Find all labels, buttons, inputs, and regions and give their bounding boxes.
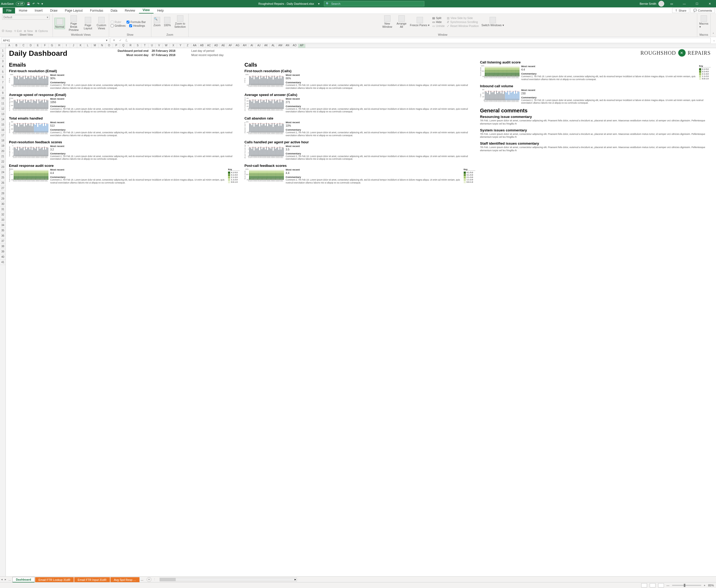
save-icon[interactable]: 💾 [27,2,30,5]
maximize-icon[interactable]: ☐ [692,0,702,7]
row-11[interactable]: 11 [0,101,5,106]
fx-icon[interactable]: fx [123,38,130,42]
horizontal-scrollbar[interactable]: ◂▸ [159,578,297,581]
row-10[interactable]: 10 [0,96,5,101]
col-O[interactable]: O [106,44,113,48]
col-AB[interactable]: AB [198,44,205,48]
col-K[interactable]: K [77,44,84,48]
user-avatar[interactable] [658,1,664,7]
row-22[interactable]: 22 [0,159,5,165]
row-2[interactable]: 2 [0,54,5,59]
row-32[interactable]: 32 [0,212,5,217]
col-A[interactable]: A [6,44,13,48]
expand-formula-bar-icon[interactable]: ⌄ [712,39,716,42]
search-box[interactable]: 🔍 Search [324,1,424,6]
col-AC[interactable]: AC [205,44,213,48]
formula-bar-checkbox[interactable]: Formula Bar [127,20,146,24]
share-button[interactable]: ⇪Share [672,8,689,13]
view-page-break-icon[interactable] [658,583,664,587]
autosave-toggle[interactable]: ● Off [16,2,25,5]
col-AJ[interactable]: AJ [256,44,263,48]
row-headers[interactable]: 1234567891011121314151617181920212223242… [0,48,6,576]
row-34[interactable]: 34 [0,223,5,228]
ribbon-display-icon[interactable]: ▭ [666,0,677,7]
sheet-view-default-dropdown[interactable]: Default▾ [2,15,50,20]
tab-data[interactable]: Data [107,8,121,14]
row-29[interactable]: 29 [0,196,5,202]
row-36[interactable]: 36 [0,233,5,238]
new-window-button[interactable]: New Window [381,15,394,29]
row-1[interactable]: 1 [0,48,5,54]
row-41[interactable]: 41 [0,260,5,265]
comments-button[interactable]: 💬Comments [690,8,715,13]
select-all-corner[interactable] [0,44,6,48]
col-AG[interactable]: AG [234,44,241,48]
col-AD[interactable]: AD [213,44,220,48]
col-AH[interactable]: AH [241,44,248,48]
zoom-to-selection-button[interactable]: Zoom to Selection [174,15,187,29]
tab-file[interactable]: File [3,8,15,14]
col-AL[interactable]: AL [270,44,277,48]
row-40[interactable]: 40 [0,254,5,260]
col-AE[interactable]: AE [220,44,227,48]
freeze-panes-button[interactable]: Freeze Panes ▾ [410,16,430,27]
sheet-tab-avg-spd[interactable]: Avg Spd Resp … [110,577,139,582]
col-C[interactable]: C [20,44,27,48]
view-normal-icon[interactable] [641,583,647,587]
tab-view[interactable]: View [139,7,153,14]
page-break-preview-button[interactable]: Page Break Preview [67,15,80,32]
headings-checkbox[interactable]: Headings [129,24,145,27]
close-icon[interactable]: ✕ [704,0,715,7]
col-AP[interactable]: AP [298,44,305,48]
col-R[interactable]: R [127,44,134,48]
zoom-level[interactable]: 85% [708,584,714,587]
sheet-tab-ftr-input[interactable]: Email FTR Input 31dR [74,577,110,582]
col-AI[interactable]: AI [248,44,256,48]
row-3[interactable]: 3 [0,59,5,64]
row-37[interactable]: 37 [0,238,5,244]
tab-draw[interactable]: Draw [46,8,61,14]
add-sheet-button[interactable]: + [147,577,151,582]
col-T[interactable]: T [142,44,149,48]
row-7[interactable]: 7 [0,80,5,85]
tab-formulas[interactable]: Formulas [86,8,107,14]
sheet-nav-next-icon[interactable]: ▸ [4,578,7,581]
col-P[interactable]: P [113,44,120,48]
col-D[interactable]: D [27,44,34,48]
split-button[interactable]: ▤ Split [432,16,444,20]
zoom-out-icon[interactable]: — [667,584,670,587]
col-AA[interactable]: AA [191,44,198,48]
col-J[interactable]: J [70,44,77,48]
minimize-icon[interactable]: — [679,0,690,7]
zoom-100-button[interactable]: 100% [163,16,172,27]
row-8[interactable]: 8 [0,85,5,90]
row-27[interactable]: 27 [0,186,5,191]
col-U[interactable]: U [149,44,156,48]
row-35[interactable]: 35 [0,228,5,233]
col-AK[interactable]: AK [263,44,270,48]
row-28[interactable]: 28 [0,191,5,196]
col-M[interactable]: M [91,44,99,48]
col-AO[interactable]: AO [291,44,298,48]
tab-review[interactable]: Review [121,8,139,14]
col-AN[interactable]: AN [284,44,291,48]
zoom-slider[interactable] [672,585,701,586]
undo-icon[interactable]: ↶ [32,2,35,5]
col-N[interactable]: N [99,44,106,48]
row-33[interactable]: 33 [0,217,5,223]
col-F[interactable]: F [42,44,49,48]
row-30[interactable]: 30 [0,202,5,207]
col-W[interactable]: W [163,44,170,48]
row-12[interactable]: 12 [0,106,5,111]
hide-button[interactable]: ▭ Hide [432,20,444,24]
row-31[interactable]: 31 [0,207,5,212]
zoom-button[interactable]: 🔍Zoom [153,16,161,27]
tab-page-layout[interactable]: Page Layout [61,8,86,14]
sheet-nav-prev-icon[interactable]: ◂ [0,578,4,581]
row-20[interactable]: 20 [0,149,5,154]
gridlines-checkbox[interactable]: Gridlines [111,24,126,27]
col-G[interactable]: G [49,44,56,48]
row-23[interactable]: 23 [0,165,5,170]
col-S[interactable]: S [134,44,142,48]
row-39[interactable]: 39 [0,249,5,254]
